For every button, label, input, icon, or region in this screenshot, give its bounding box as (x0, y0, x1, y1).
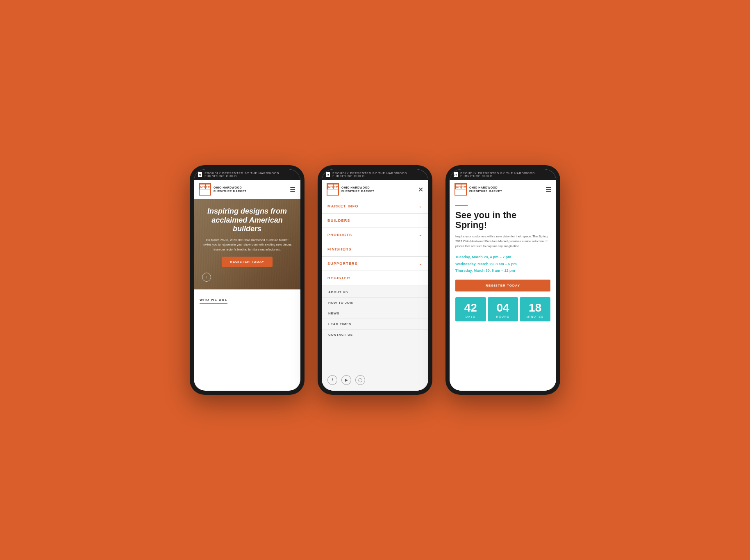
logo-fm-3: FM (461, 184, 467, 189)
brand-logo-3: OH FM OHIO HARDWOOD FURNITURE MARKET (455, 183, 502, 196)
menu-item-finishers[interactable]: FINISHERS (322, 242, 428, 257)
brand-name-1: OHIO HARDWOOD FURNITURE MARKET (214, 186, 246, 193)
nav-header-3: OH FM OHIO HARDWOOD FURNITURE MARKET ☰ (450, 180, 556, 199)
hero-title: Inspiring designs from acclaimed America… (202, 207, 292, 234)
top-bar-3: H PROUDLY PRESENTED BY THE HARDWOOD FURN… (450, 169, 556, 180)
countdown-days-value: 42 (464, 302, 477, 314)
youtube-icon[interactable]: ▶ (341, 375, 351, 385)
logo-oh-3: OH (455, 184, 461, 189)
who-we-are-label[interactable]: WHO WE ARE (200, 298, 227, 304)
logo-oh: OH (200, 184, 205, 189)
nav-header-2: OH FM OHIO HARDWOOD FURNITURE MARKET ✕ (322, 180, 428, 199)
scroll-indicator: ↓ (202, 273, 211, 282)
brand-name-2: OHIO HARDWOOD FURNITURE MARKET (341, 186, 374, 193)
hamburger-3[interactable]: ☰ (545, 186, 551, 193)
sub-item-contact-us[interactable]: CONTACT US (322, 330, 428, 340)
countdown-minutes-label: MINUTES (527, 315, 544, 318)
chevron-supporters: ⌄ (419, 262, 423, 266)
menu-item-supporters[interactable]: SUPPORTERS ⌄ (322, 257, 428, 271)
phone-3-screen: H PROUDLY PRESENTED BY THE HARDWOOD FURN… (450, 169, 556, 391)
logo-box-3: OH FM (455, 183, 467, 196)
menu-sub-items: ABOUT US HOW TO JOIN NEWS LEAD TIMES CON… (322, 285, 428, 342)
countdown-hours: 04 HOURS (488, 297, 518, 321)
guild-logo-3: H (454, 172, 458, 177)
countdown-minutes: 18 MINUTES (520, 297, 550, 321)
sub-item-lead-times[interactable]: LEAD TIMES (322, 319, 428, 330)
brand-logo-2: OH FM OHIO HARDWOOD FURNITURE MARKET (327, 183, 374, 196)
sub-item-news[interactable]: NEWS (322, 308, 428, 319)
event-screen: See you in the Spring! Inspire your cust… (450, 199, 556, 391)
sub-item-how-to-join[interactable]: HOW TO JOIN (322, 298, 428, 308)
who-we-are-section: WHO WE ARE (194, 289, 300, 308)
chevron-market-info: ⌄ (419, 204, 423, 208)
brand-logo-1: OH FM OHIO HARDWOOD FURNITURE MARKET (199, 183, 246, 196)
menu-item-market-info[interactable]: MARKET INFO ⌄ (322, 199, 428, 214)
hero-subtitle: On March 29-30, 2023, the Ohio Hardwood … (202, 238, 292, 252)
phone-2-screen: H PROUDLY PRESENTED BY THE HARDWOOD FURN… (322, 169, 428, 391)
instagram-icon[interactable]: ◯ (355, 375, 365, 385)
countdown-days: 42 DAYS (455, 297, 486, 321)
event-title: See you in the Spring! (455, 210, 550, 230)
menu-item-register[interactable]: REGISTER (322, 271, 428, 285)
guild-logo-1: H (198, 172, 202, 177)
countdown-hours-label: HOURS (496, 315, 510, 318)
menu-item-products[interactable]: PRODUCTS ⌄ (322, 228, 428, 242)
countdown-minutes-value: 18 (529, 302, 541, 314)
social-icons: f ▶ ◯ (322, 369, 428, 391)
countdown-days-label: DAYS (466, 315, 476, 318)
top-bar-text-2: PROUDLY PRESENTED BY THE HARDWOOD FURNIT… (332, 172, 424, 178)
hero-content: Inspiring designs from acclaimed America… (202, 207, 292, 282)
phone-2: H PROUDLY PRESENTED BY THE HARDWOOD FURN… (318, 165, 432, 395)
register-button-1[interactable]: REGISTER TODAY (222, 257, 273, 267)
top-bar-2: H PROUDLY PRESENTED BY THE HARDWOOD FURN… (322, 169, 428, 180)
logo-fm: FM (205, 184, 211, 189)
hero-section: Inspiring designs from acclaimed America… (194, 199, 300, 289)
top-bar-text-3: PROUDLY PRESENTED BY THE HARDWOOD FURNIT… (460, 172, 552, 178)
phones-container: H PROUDLY PRESENTED BY THE HARDWOOD FURN… (173, 141, 577, 419)
countdown-hours-value: 04 (496, 302, 509, 314)
phone-1: H PROUDLY PRESENTED BY THE HARDWOOD FURN… (190, 165, 305, 395)
chevron-products: ⌄ (419, 233, 423, 237)
register-button-3[interactable]: REGISTER TODAY (455, 280, 550, 291)
logo-fm-2: FM (333, 184, 339, 189)
facebook-icon[interactable]: f (327, 375, 337, 385)
sub-item-about-us[interactable]: ABOUT US (322, 287, 428, 298)
guild-logo-2: H (326, 172, 330, 177)
countdown-row: 42 DAYS 04 HOURS 18 MINUTES (455, 297, 550, 321)
phone-1-screen: H PROUDLY PRESENTED BY THE HARDWOOD FURN… (194, 169, 300, 391)
menu-screen: MARKET INFO ⌄ BUILDERS PRODUCTS ⌄ FINISH… (322, 199, 428, 391)
logo-box-2: OH FM (327, 183, 339, 196)
event-date-3: Thursday, March 30, 8 am – 12 pm (455, 267, 550, 274)
logo-oh-2: OH (327, 184, 333, 189)
event-date-1: Tuesday, March 28, 4 pm – 7 pm (455, 254, 550, 260)
hamburger-1[interactable]: ☰ (290, 186, 295, 193)
event-date-2: Wednesday, March 29, 8 am – 5 pm (455, 261, 550, 267)
event-dates: Tuesday, March 28, 4 pm – 7 pm Wednesday… (455, 254, 550, 274)
brand-name-3: OHIO HARDWOOD FURNITURE MARKET (469, 186, 502, 193)
teal-underline (455, 205, 468, 206)
close-button[interactable]: ✕ (418, 186, 423, 193)
nav-header-1: OH FM OHIO HARDWOOD FURNITURE MARKET ☰ (194, 180, 300, 199)
phone-3: H PROUDLY PRESENTED BY THE HARDWOOD FURN… (445, 165, 560, 395)
top-bar-text-1: PROUDLY PRESENTED BY THE HARDWOOD FURNIT… (205, 172, 296, 178)
logo-box-1: OH FM (199, 183, 211, 196)
event-description: Inspire your customers with a new vision… (455, 234, 550, 249)
top-bar-1: H PROUDLY PRESENTED BY THE HARDWOOD FURN… (194, 169, 300, 180)
menu-item-builders[interactable]: BUILDERS (322, 214, 428, 228)
